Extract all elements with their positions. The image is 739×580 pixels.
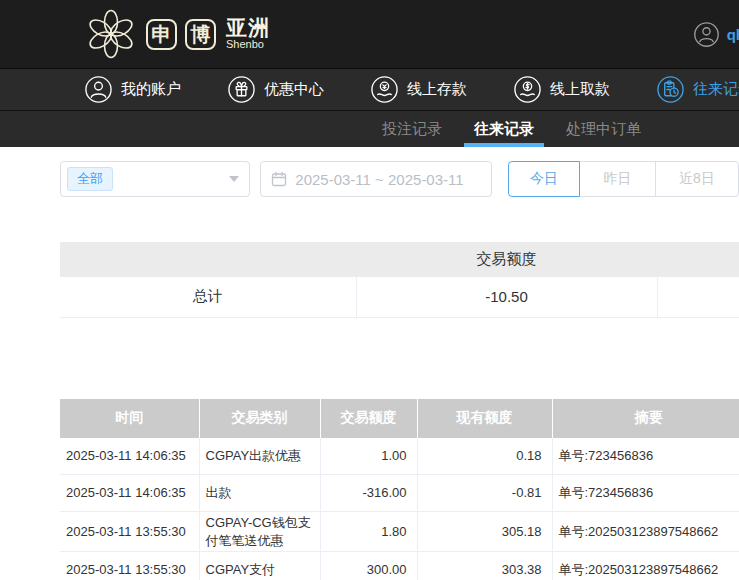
cell-amount: 1.80 <box>320 512 417 552</box>
summary-total-value: -10.50 <box>356 277 657 317</box>
cell-summary: 单号:723456836 <box>552 438 739 475</box>
nav-item-online-deposit[interactable]: 线上存款 <box>370 75 467 104</box>
lotus-flower-icon <box>84 7 138 61</box>
logo-brand-text: Shenbo <box>226 39 270 51</box>
cell-amount: -316.00 <box>320 475 417 512</box>
summary-header-row: 交易额度 <box>60 242 739 277</box>
summary-empty-cell <box>657 277 739 317</box>
col-header-balance: 现有额度 <box>417 399 552 438</box>
cell-amount: 1.00 <box>320 438 417 475</box>
cell-time: 2025-03-11 13:55:30 <box>60 552 199 580</box>
nav-item-label: 往来记录 <box>693 80 739 99</box>
nav-item-online-withdrawal[interactable]: 线上取款 <box>513 75 610 104</box>
summary-header-empty <box>657 242 739 277</box>
cell-amount: 300.00 <box>320 552 417 580</box>
logo-wordmark: 亚洲 Shenbo <box>226 17 270 51</box>
cell-balance: 0.18 <box>417 438 552 475</box>
cell-type: 出款 <box>199 475 320 512</box>
col-header-time: 时间 <box>60 399 199 438</box>
cell-summary: 单号:202503123897548662 <box>552 512 739 552</box>
tab-transaction-records[interactable]: 往来记录 <box>466 111 542 147</box>
cell-summary: 单号:202503123897548662 <box>552 552 739 580</box>
user-account-area[interactable]: qh <box>693 21 739 48</box>
today-button[interactable]: 今日 <box>508 161 580 197</box>
tab-betting-records[interactable]: 投注记录 <box>374 111 450 147</box>
cell-time: 2025-03-11 14:06:35 <box>60 438 199 475</box>
logo-char-bo: 博 <box>185 19 216 50</box>
cell-type: CGPAY出款优惠 <box>199 438 320 475</box>
summary-header-empty <box>60 242 356 277</box>
nav-item-label: 我的账户 <box>121 80 181 99</box>
clipboard-clock-icon <box>656 75 685 104</box>
brand-logo[interactable]: 申 博 亚洲 Shenbo <box>84 7 270 61</box>
logo-region-text: 亚洲 <box>226 17 270 39</box>
summary-total-row: 总计 -10.50 <box>60 277 739 317</box>
cell-time: 2025-03-11 13:55:30 <box>60 512 199 552</box>
withdraw-coin-hand-icon <box>513 75 542 104</box>
records-content: 全部 2025-03-11 ~ 2025-03-11 今日 昨日 近8日 <box>0 161 739 580</box>
cell-type: CGPAY支付 <box>199 552 320 580</box>
yesterday-button[interactable]: 昨日 <box>579 161 656 197</box>
nav-item-label: 优惠中心 <box>264 80 324 99</box>
quick-date-button-group: 今日 昨日 近8日 <box>508 161 739 197</box>
summary-table: 交易额度 总计 -10.50 <box>60 242 739 318</box>
calendar-icon <box>271 171 287 187</box>
summary-total-label: 总计 <box>60 277 356 317</box>
top-header: 申 博 亚洲 Shenbo qh <box>0 0 739 68</box>
last-8-days-button[interactable]: 近8日 <box>655 161 739 197</box>
gift-icon <box>227 75 256 104</box>
cell-summary: 单号:723456836 <box>552 475 739 512</box>
cell-time: 2025-03-11 14:06:35 <box>60 475 199 512</box>
cell-balance: 305.18 <box>417 512 552 552</box>
nav-item-promotions[interactable]: 优惠中心 <box>227 75 324 104</box>
cell-balance: -0.81 <box>417 475 552 512</box>
type-select[interactable]: 全部 <box>60 161 250 197</box>
nav-item-label: 线上存款 <box>407 80 467 99</box>
table-row: 2025-03-11 14:06:35 出款 -316.00 -0.81 单号:… <box>60 475 739 512</box>
transactions-header-row: 时间 交易类别 交易额度 现有额度 摘要 <box>60 399 739 438</box>
main-navbar: 我的账户 优惠中心 线上存款 <box>0 68 739 111</box>
username-text: qh <box>727 26 739 43</box>
nav-item-label: 线上取款 <box>550 80 610 99</box>
filter-row: 全部 2025-03-11 ~ 2025-03-11 今日 昨日 近8日 <box>60 161 739 197</box>
chevron-down-icon <box>229 176 239 182</box>
app-window: 申 博 亚洲 Shenbo qh 我的账户 <box>0 0 739 580</box>
selected-type-tag[interactable]: 全部 <box>67 167 113 191</box>
tab-pending-orders[interactable]: 处理中订单 <box>558 111 649 147</box>
user-avatar-icon <box>693 21 720 48</box>
date-range-value: 2025-03-11 ~ 2025-03-11 <box>295 171 463 188</box>
col-header-type: 交易类别 <box>199 399 320 438</box>
table-row: 2025-03-11 13:55:30 CGPAY-CG钱包支付笔笔送优惠 1.… <box>60 512 739 552</box>
cell-type: CGPAY-CG钱包支付笔笔送优惠 <box>199 512 320 552</box>
cell-balance: 303.38 <box>417 552 552 580</box>
date-range-input[interactable]: 2025-03-11 ~ 2025-03-11 <box>260 161 492 197</box>
transactions-table: 时间 交易类别 交易额度 现有额度 摘要 2025-03-11 14:06:35… <box>60 399 739 580</box>
table-row: 2025-03-11 13:55:30 CGPAY支付 300.00 303.3… <box>60 552 739 580</box>
records-tab-bar: 投注记录 往来记录 处理中订单 <box>0 111 739 147</box>
deposit-coin-hand-icon <box>370 75 399 104</box>
table-row: 2025-03-11 14:06:35 CGPAY出款优惠 1.00 0.18 … <box>60 438 739 475</box>
summary-header-amount: 交易额度 <box>356 242 657 277</box>
col-header-summary: 摘要 <box>552 399 739 438</box>
nav-item-my-account[interactable]: 我的账户 <box>84 75 181 104</box>
nav-item-transaction-records[interactable]: 往来记录 <box>656 75 739 104</box>
logo-char-shen: 申 <box>146 19 177 50</box>
user-circle-icon <box>84 75 113 104</box>
col-header-amount: 交易额度 <box>320 399 417 438</box>
